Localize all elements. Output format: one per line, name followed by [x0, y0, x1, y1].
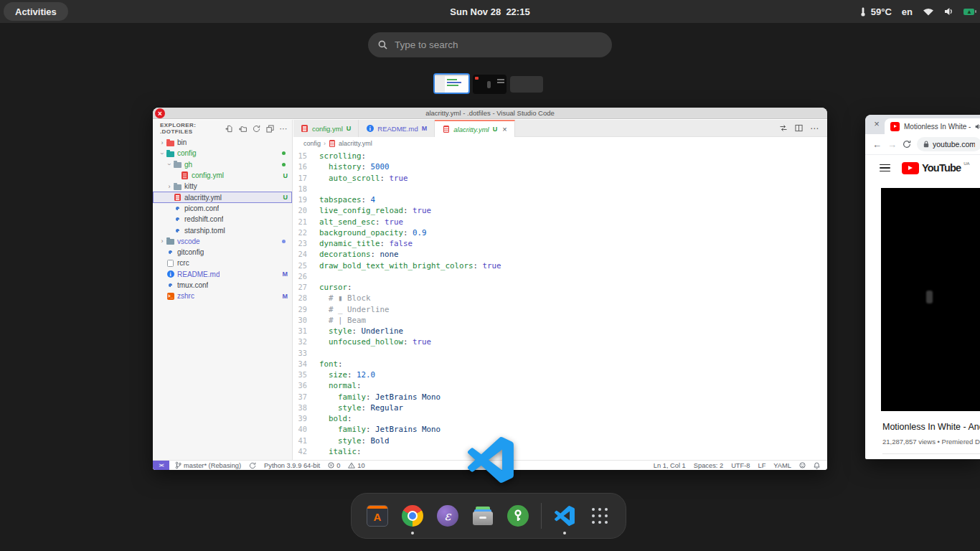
address-bar[interactable]: youtube.com/wa	[917, 137, 980, 151]
tab-config.yml[interactable]: config.ymlU	[293, 120, 359, 137]
workspace-thumbnail-2[interactable]	[473, 75, 507, 94]
code-editor[interactable]: 15scrolling:16 history: 500017 auto_scro…	[293, 151, 827, 460]
tree-item-tmux.conf[interactable]: tmux.conf	[153, 280, 292, 291]
dock-item-vscode[interactable]	[552, 504, 577, 528]
tab-README.md[interactable]: iREADME.mdM	[359, 120, 435, 137]
tree-item-redshift.conf[interactable]: redshift.conf	[153, 214, 292, 225]
status-item[interactable]: YAML	[773, 462, 791, 469]
keyboard-layout-indicator[interactable]: en	[902, 6, 913, 17]
tree-item-label: vscode	[177, 237, 200, 245]
system-status-area[interactable]: 59°C en ▲	[859, 0, 974, 23]
chrome-window[interactable]: × Motionless In White - ← → youtube.com/…	[865, 115, 980, 459]
collapse-all-icon[interactable]	[265, 124, 274, 133]
reload-icon[interactable]	[903, 140, 911, 149]
vscode-window[interactable]: alacritty.yml - .dotfiles - Visual Studi…	[153, 108, 827, 470]
line-number: 20	[293, 205, 319, 216]
running-indicator-dot	[411, 532, 414, 534]
dock-item-files[interactable]	[471, 504, 495, 528]
status-text: UTF-8	[731, 462, 750, 469]
video-player[interactable]	[881, 188, 980, 411]
status-item-feedback[interactable]	[799, 462, 806, 468]
tree-item-kitty[interactable]: ›kitty	[153, 181, 292, 192]
split-editor-icon[interactable]	[795, 124, 803, 132]
status-item-warning[interactable]: 10	[348, 462, 364, 469]
dock-item-passwords[interactable]	[506, 504, 530, 528]
code-line: 42 italic:	[293, 446, 827, 457]
search-bar[interactable]	[368, 32, 612, 57]
volume-icon	[944, 7, 953, 16]
chrome-active-tab[interactable]: Motionless In White -	[885, 118, 980, 134]
close-tab-icon[interactable]: ×	[502, 125, 507, 133]
status-item-error[interactable]: 0	[328, 462, 340, 469]
refresh-icon[interactable]	[252, 124, 260, 133]
running-indicator-dot	[563, 532, 566, 534]
clock[interactable]: Sun Nov 28 22:15	[450, 6, 529, 17]
tab-dirty-badge: U	[493, 126, 498, 133]
youtube-logo[interactable]: YouTube UA	[902, 162, 970, 174]
dock-item-app-grid[interactable]	[588, 504, 612, 528]
git-status-badge: U	[283, 172, 288, 179]
status-item-sync[interactable]	[249, 462, 256, 469]
vscode-app-icon[interactable]	[468, 437, 514, 483]
tree-item-starship.toml[interactable]: starship.toml	[153, 225, 292, 235]
menu-icon[interactable]	[880, 164, 890, 172]
code-line: 31 style: Underline	[293, 326, 827, 336]
activities-button[interactable]: Activities	[4, 2, 68, 21]
explorer-tree: ›bin›config›ghconfig.ymlU›kittyalacritty…	[153, 137, 292, 301]
new-file-icon[interactable]	[225, 124, 233, 133]
dock-item-chrome[interactable]	[400, 504, 425, 528]
more-actions-icon[interactable]: ⋯	[810, 123, 819, 133]
status-item[interactable]: Ln 1, Col 1	[654, 462, 686, 469]
yaml-icon	[173, 193, 182, 202]
workspace-thumbnail-1[interactable]	[433, 73, 470, 94]
dock-item-emacs[interactable]: ε	[435, 504, 460, 528]
code-line: 21alt_send_esc: true	[293, 217, 827, 227]
more-icon[interactable]: ⋯	[279, 124, 288, 133]
status-item[interactable]: Python 3.9.9 64-bit	[264, 462, 320, 469]
tree-item-config.yml[interactable]: config.ymlU	[153, 170, 292, 181]
line-text: history: 5000	[319, 161, 390, 172]
folder-icon	[166, 237, 175, 245]
dock-item-alacritty[interactable]: A	[365, 504, 390, 528]
status-item-git-branch[interactable]: master* (Rebasing)	[175, 461, 241, 469]
close-window-button[interactable]: ×	[155, 108, 165, 118]
status-left: master* (Rebasing)Python 3.9.9 64-bit010	[169, 461, 365, 469]
line-number: 30	[293, 315, 319, 326]
tree-item-picom.conf[interactable]: picom.conf	[153, 203, 292, 214]
tree-item-config[interactable]: ›config	[153, 148, 292, 159]
gear-icon	[166, 281, 175, 290]
forward-icon[interactable]: →	[887, 139, 897, 150]
line-text: # | Beam	[319, 315, 366, 326]
tree-item-gh[interactable]: ›gh	[153, 159, 292, 170]
open-changes-icon[interactable]	[779, 124, 788, 132]
tree-item-bin[interactable]: ›bin	[153, 137, 292, 148]
new-folder-icon[interactable]	[238, 124, 247, 133]
status-item-bell[interactable]	[814, 462, 820, 469]
status-item[interactable]: LF	[758, 462, 766, 469]
explorer-header: EXPLORER: .DOTFILES ⋯	[153, 120, 292, 137]
tree-item-label: README.md	[177, 270, 220, 278]
status-item[interactable]: UTF-8	[731, 462, 750, 469]
breadcrumb-separator-icon: ›	[324, 140, 326, 147]
remote-indicator[interactable]: ><	[153, 461, 169, 471]
chrome-close-button[interactable]: ×	[871, 118, 882, 130]
folder-icon	[166, 149, 175, 158]
tree-item-vscode[interactable]: ›vscode	[153, 236, 292, 247]
tree-item-zshrc[interactable]: >_zshrcM	[153, 291, 292, 301]
breadcrumb-folder[interactable]: config	[303, 140, 321, 147]
tree-item-gitconfig[interactable]: gitconfig	[153, 247, 292, 258]
tree-item-rcrc[interactable]: rcrc	[153, 258, 292, 268]
tab-audio-icon[interactable]	[975, 123, 980, 130]
breadcrumb[interactable]: config › alacritty.yml	[293, 138, 827, 149]
workspace-thumbnail-3[interactable]	[510, 76, 543, 93]
line-number: 25	[293, 260, 319, 271]
status-item[interactable]: Spaces: 2	[694, 462, 723, 469]
search-input[interactable]	[395, 39, 602, 50]
breadcrumb-file[interactable]: alacritty.yml	[339, 140, 372, 147]
tree-item-alacritty.yml[interactable]: alacritty.ymlU	[153, 192, 292, 202]
back-icon[interactable]: ←	[872, 139, 882, 150]
tab-alacritty.yml[interactable]: alacritty.ymlU×	[435, 120, 514, 137]
code-line: 20live_config_reload: true	[293, 205, 827, 216]
tree-item-README.md[interactable]: iREADME.mdM	[153, 269, 292, 280]
status-text: Spaces: 2	[694, 462, 723, 469]
